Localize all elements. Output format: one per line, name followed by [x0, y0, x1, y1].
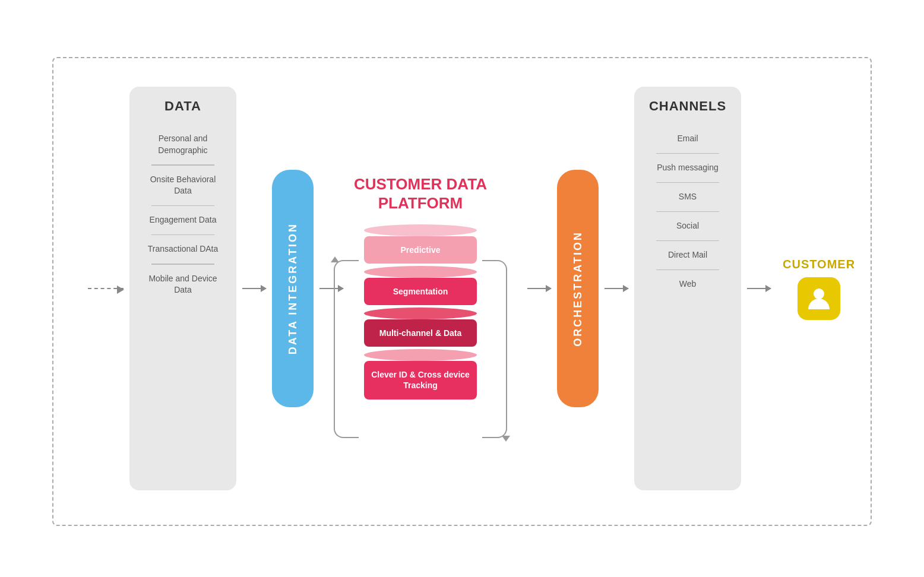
- arrow-channels-to-customer: [741, 288, 777, 289]
- data-panel: DATA Personal and Demographic Onsite Beh…: [129, 87, 236, 490]
- orchestration-label: ORCHESTRATION: [572, 231, 584, 347]
- diagram-container: DATA Personal and Demographic Onsite Beh…: [34, 33, 890, 544]
- cdp-loop-right: [482, 260, 507, 438]
- channels-panel: CHANNELS Email Push messaging SMS Social…: [634, 87, 741, 490]
- list-item: Engagement Data: [144, 206, 222, 234]
- cyl-top-predictive: [364, 224, 477, 236]
- cyl-body-segmentation: Segmentation: [364, 278, 477, 305]
- list-item: Onsite Behavioral Data: [144, 166, 222, 205]
- list-item: Web: [648, 270, 727, 299]
- customer-section: CUSTOMER: [783, 258, 855, 320]
- cylinder-stack: Predictive Segmentation Multi-channel & …: [361, 224, 480, 402]
- svg-point-0: [814, 288, 824, 299]
- orchestration-pill: ORCHESTRATION: [557, 170, 599, 407]
- person-icon: [806, 286, 832, 312]
- arrow-data-to-integration: [236, 288, 272, 289]
- cdp-cylinder-stack: Predictive Segmentation Multi-channel & …: [361, 224, 480, 402]
- list-item: Transactional DAta: [144, 235, 222, 264]
- data-integration-pill: DATA INTEGRATION: [272, 170, 314, 407]
- list-item: Mobile and Device Data: [144, 265, 222, 305]
- list-item: Push messaging: [648, 154, 727, 182]
- cyl-body-cleverid: Clever ID & Cross device Tracking: [364, 361, 477, 399]
- dashed-input-arrow: [82, 288, 129, 289]
- loop-arrow-up: [331, 256, 339, 262]
- channels-panel-title: CHANNELS: [649, 99, 726, 114]
- cyl-body-predictive: Predictive: [364, 236, 477, 264]
- customer-label: CUSTOMER: [783, 258, 855, 271]
- list-item: SMS: [648, 183, 727, 211]
- data-integration-label: DATA INTEGRATION: [287, 223, 299, 354]
- cdp-title: CUSTOMER DATA PLATFORM: [349, 175, 492, 212]
- customer-icon: [798, 277, 840, 320]
- cylinder-predictive: Predictive: [364, 224, 477, 264]
- cylinder-cleverid: Clever ID & Cross device Tracking: [364, 349, 477, 399]
- list-item: Email: [648, 125, 727, 153]
- cdp-section: CUSTOMER DATA PLATFORM Predictive: [349, 175, 492, 401]
- main-flow: DATA Personal and Demographic Onsite Beh…: [34, 87, 890, 490]
- cylinder-segmentation: Segmentation: [364, 266, 477, 305]
- arrow-cdp-to-orchestration: [521, 288, 557, 289]
- list-item: Social: [648, 212, 727, 240]
- data-panel-title: DATA: [164, 99, 201, 114]
- cdp-loop-left: [334, 260, 359, 438]
- loop-arrow-down: [502, 436, 510, 442]
- cyl-top-segmentation: [364, 266, 477, 278]
- cylinder-multichannel: Multi-channel & Data: [364, 307, 477, 347]
- list-item: Personal and Demographic: [144, 125, 222, 164]
- cyl-top-multichannel: [364, 307, 477, 319]
- cyl-top-cleverid: [364, 349, 477, 361]
- list-item: Direct Mail: [648, 241, 727, 270]
- arrow-orchestration-to-channels: [599, 288, 634, 289]
- cyl-body-multichannel: Multi-channel & Data: [364, 319, 477, 347]
